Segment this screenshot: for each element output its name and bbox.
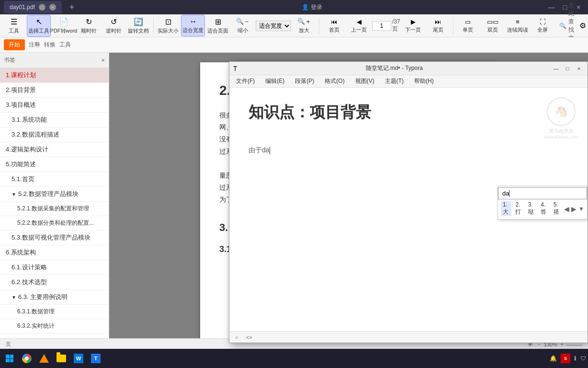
pdf-to-word-label: PDF转word: [50, 27, 78, 34]
fullscreen-btn[interactable]: ⛶全屏: [531, 16, 554, 35]
fullscreen-label: 全屏: [537, 26, 548, 34]
new-tab-btn[interactable]: +: [66, 2, 79, 12]
autocomplete-next-btn[interactable]: ▶: [571, 205, 577, 213]
begin-btn[interactable]: 开始: [4, 39, 25, 50]
tab-restore-btn[interactable]: □: [39, 4, 45, 11]
autocomplete-prev-btn[interactable]: ◀: [564, 205, 569, 213]
select-tool-btn[interactable]: ↖ 选择工具: [27, 15, 51, 37]
rotate-doc-btn[interactable]: 🔄 旋转文档: [126, 15, 150, 36]
typora-menu-edit[interactable]: 编辑(E): [260, 76, 289, 87]
autocomplete-item-5[interactable]: 5.搭: [552, 201, 562, 216]
sidebar-item-4[interactable]: 4.逻辑架构设计: [0, 142, 109, 157]
zoom-in-btn[interactable]: 🔍＋ 放大: [292, 15, 316, 36]
typora-menu-bar: 文件(F) 编辑(E) 段落(P) 格式(O) 视图(V) 主题(T) 帮助(H…: [229, 75, 588, 88]
typora-menu-theme[interactable]: 主题(T): [380, 76, 408, 87]
settings-btn[interactable]: ⚙: [579, 19, 586, 33]
sidebar-item-5-2-1[interactable]: 5.2.1.数据采集的配置和管理: [0, 202, 109, 216]
autocomplete-item-1[interactable]: 1.大: [501, 201, 511, 216]
prev-page-btn[interactable]: ◀上一页: [347, 16, 371, 35]
sidebar-item-6-2[interactable]: 6.2.技术选型: [0, 275, 109, 290]
sidebar-close-btn[interactable]: ×: [101, 57, 105, 64]
autocomplete-dropdown-btn[interactable]: ▼: [578, 206, 584, 212]
zoom-out-btn[interactable]: 🔍－ 缩小: [231, 15, 255, 36]
sidebar-item-3-2[interactable]: 3.2.数据流程描述: [0, 127, 109, 142]
typora-body-text[interactable]: 由于da: [249, 144, 568, 156]
actual-size-label: 实际大小: [158, 27, 179, 34]
sidebar-item-6-3-1[interactable]: 6.3.1.数据管理: [0, 305, 109, 319]
autocomplete-input-box[interactable]: da: [498, 187, 587, 199]
taskbar-word-icon[interactable]: W: [71, 351, 86, 366]
rotate-cw-btn[interactable]: ↻ 顺时针: [77, 15, 101, 36]
pdf-tab[interactable]: day01.pdf □ ×: [4, 1, 62, 13]
minimize-btn[interactable]: —: [546, 1, 557, 13]
last-page-btn[interactable]: ⏭尾页: [426, 16, 450, 35]
typora-menu-view[interactable]: 视图(V): [351, 76, 379, 87]
taskbar-typora-icon[interactable]: T: [88, 351, 103, 366]
typora-close-btn[interactable]: ×: [574, 64, 584, 73]
fit-width-btn[interactable]: ↔ 适合宽度: [181, 15, 205, 36]
typora-menu-file[interactable]: 文件(F): [231, 76, 260, 87]
first-page-btn[interactable]: ⏮首页: [322, 16, 346, 35]
tab-close-btn[interactable]: ×: [49, 4, 56, 11]
sidebar-item-5-2-2[interactable]: 5.2.2.数据分类和处理的配置...: [0, 216, 109, 230]
double-page-btn[interactable]: ▭▭双页: [481, 16, 505, 35]
sidebar-item-6-3[interactable]: ▼6.3. 主要用例说明: [0, 290, 109, 305]
annotate-btn[interactable]: 注释: [29, 41, 40, 49]
typora-status-circle[interactable]: ○: [235, 334, 238, 340]
sidebar-item-5-3[interactable]: 5.3.数据可视化管理产品模块: [0, 230, 109, 245]
sidebar-item-5-2[interactable]: ▼5.2.数据管理产品模块: [0, 187, 109, 202]
next-page-btn[interactable]: ▶下一页: [401, 16, 425, 35]
typora-menu-help[interactable]: 帮助(H): [409, 76, 439, 87]
sidebar-item-5[interactable]: 5.功能简述: [0, 157, 109, 172]
tools-btn[interactable]: 工具: [59, 41, 71, 49]
prev-page-icon: ◀: [357, 18, 362, 25]
search-icon: 🔍: [559, 23, 566, 29]
typora-status-code[interactable]: <>: [246, 334, 252, 340]
pdf-to-word-btn[interactable]: 📄 PDF转word: [52, 15, 76, 36]
pdf-tab-label: day01.pdf: [10, 4, 35, 11]
sidebar-item-3[interactable]: 3.项目概述: [0, 98, 109, 113]
sidebar-item-5-1[interactable]: 5.1.首页: [0, 172, 109, 187]
typora-text-before-cursor: 由于da: [249, 146, 270, 154]
typora-menu-paragraph[interactable]: 段落(P): [290, 76, 319, 87]
taskbar-explorer-icon[interactable]: [54, 351, 69, 366]
typora-title-icon: T: [233, 65, 237, 72]
first-page-icon: ⏮: [331, 18, 337, 25]
fit-page-btn[interactable]: ⊞ 适合页面: [206, 15, 230, 36]
autocomplete-item-3[interactable]: 3.哒: [526, 201, 537, 216]
typora-minimize-btn[interactable]: —: [551, 64, 561, 73]
taskbar-s-icon[interactable]: S: [561, 354, 570, 363]
single-page-btn[interactable]: ▭单页: [456, 16, 480, 35]
typora-window-controls: — □ ×: [551, 64, 584, 73]
sidebar-item-6[interactable]: 6.系统架构: [0, 245, 109, 260]
secondary-toolbar: 开始 注释 转换 工具: [0, 37, 588, 53]
convert-btn[interactable]: 转换: [44, 41, 56, 49]
autocomplete-cursor: [509, 190, 509, 197]
autocomplete-item-4[interactable]: 4.答: [539, 201, 549, 216]
login-area[interactable]: 👤 登录: [302, 3, 322, 12]
page-number-input[interactable]: [372, 21, 391, 31]
watermark-area: 🐴 黑马程序员 www.itheima.com: [544, 97, 578, 139]
taskbar-chrome-icon[interactable]: [19, 351, 34, 366]
taskbar-info-icon[interactable]: ℹ: [574, 355, 577, 362]
taskbar-vlc-icon[interactable]: [36, 351, 52, 366]
continuous-btn[interactable]: ≡连续阅读: [506, 16, 530, 35]
taskbar-shield-icon: 🛡: [580, 355, 586, 362]
tool-menu-btn[interactable]: ☰ 工具: [2, 15, 26, 36]
pdf-word-icon: 📄: [59, 17, 68, 26]
sidebar-item-2[interactable]: 2.项目背景: [0, 83, 109, 98]
taskbar-start-btn[interactable]: [2, 351, 17, 366]
typora-restore-btn[interactable]: □: [563, 64, 572, 73]
zoom-select[interactable]: 适合宽度 50% 75% 100% 130% 150% 200%: [256, 21, 291, 31]
typora-menu-format[interactable]: 格式(O): [320, 76, 349, 87]
sidebar-item-6-1[interactable]: 6.1.设计策略: [0, 260, 109, 275]
autocomplete-popup: da 1.大 2.打 3.哒 4.答 5.搭 ◀ ▶ ▼: [498, 186, 588, 219]
typora-editor-content[interactable]: 知识点：项目背景 由于da da 1.大 2.打 3.哒 4.答 5.搭 ◀ ▶…: [229, 88, 588, 331]
sidebar-item-6-3-2[interactable]: 6.3.2.实时统计: [0, 319, 109, 334]
sidebar-item-3-1[interactable]: 3.1.系统功能: [0, 113, 109, 127]
sidebar-item-1[interactable]: 1.课程计划: [0, 68, 109, 83]
actual-size-btn[interactable]: ⊡ 实际大小: [156, 15, 180, 36]
rotate-ccw-btn[interactable]: ↺ 逆时针: [102, 15, 125, 36]
autocomplete-item-2[interactable]: 2.打: [513, 201, 524, 216]
first-page-label: 首页: [329, 26, 339, 34]
